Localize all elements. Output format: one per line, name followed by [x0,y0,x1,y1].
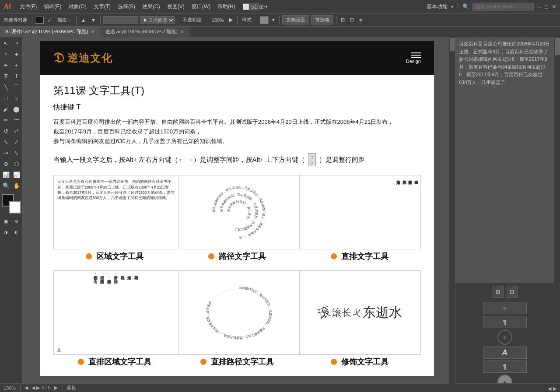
rpanel-type-a-icon[interactable]: A [483,346,527,359]
graph-group: 📊 📈 [1,170,21,179]
shortcut-line: 快捷键 T [53,103,421,112]
more-icon[interactable]: ≡ [357,17,364,24]
main-vert-scrollbar[interactable] [554,37,560,383]
reflect-tool[interactable]: ⇄ [12,126,21,136]
va-col-6: 江东逝水浪 [127,273,133,347]
ellipse-tool[interactable]: ○ [12,93,21,103]
stroke-style-bar[interactable] [103,16,138,24]
menu-window[interactable]: 窗口(W) [188,3,214,10]
rpanel-collapse-icon[interactable]: ⊟ [506,286,518,298]
paintbrush-tool[interactable]: 🖌 [1,104,11,114]
stroke-swatch[interactable] [35,17,44,24]
add-anchor-tool[interactable]: + [12,60,21,70]
smooth-tool[interactable]: 〜 [12,115,21,125]
background-swatch[interactable] [9,201,21,214]
free-transform-tool[interactable]: ⤣ [12,148,21,158]
opacity-value[interactable]: 100% [210,17,226,24]
hamburger-menu-icon[interactable] [406,52,421,58]
menu-view[interactable]: 视图(V) [164,3,188,10]
workspace-label[interactable]: 基本功能 [427,3,448,10]
lasso-tool[interactable]: ⌖ [1,49,11,59]
menu-effect[interactable]: 效果(C) [139,3,164,10]
fill-icon[interactable]: ▣ [1,216,11,226]
search-input[interactable] [472,3,534,10]
demo-cell-vertical: 滚滚长江东逝水 浪花淘尽英雄 是非成败转头空 旧在青山依 [300,175,421,249]
maximize-icon[interactable]: □ [545,4,548,10]
width-tool[interactable]: ⊸ [1,148,11,158]
graph-tool[interactable]: 📊 [1,170,11,179]
menu-text[interactable]: 文字(T) [90,3,114,10]
vert-scrollbar-thumb[interactable] [555,38,560,55]
search-icon: 🔍 [462,4,469,10]
pen-tool[interactable]: ✒ [1,60,11,70]
menu-help[interactable]: 帮助(H) [214,3,239,10]
vert-col-2: 浪花淘尽英雄 [402,177,407,247]
menu-edit[interactable]: 编辑(E) [40,3,65,10]
stroke-down-icon[interactable]: ▼ [89,17,98,24]
rpanel-expand-icon[interactable]: ⊞ [492,286,504,298]
rpanel-align-icon[interactable]: ≡ [483,302,527,314]
vertical-type-tool[interactable]: ꓔ [12,71,21,81]
rpanel-para-icon[interactable]: ¶ [483,316,527,328]
tab-inactive-close[interactable]: ✕ [180,29,184,34]
rect-tool[interactable]: □ [1,93,11,103]
menu-object[interactable]: 对象(O) [65,3,90,10]
rotate-tool[interactable]: ↺ [1,126,11,136]
brush-select[interactable]: ▶ 3 点圆形 [140,16,175,24]
column-graph-tool[interactable]: 📈 [12,170,21,179]
arrange-icon[interactable]: ⬜ [242,4,249,10]
stroke-up-icon[interactable]: ▲ [79,17,88,24]
none-icon[interactable]: ⊘ [12,216,21,226]
hand-tool[interactable]: ✋ [12,181,21,190]
preferences-button[interactable]: 首选项 [311,15,333,24]
stroke-icon: 🖊 [46,17,54,24]
live-paint-tool[interactable]: ⬡ [12,159,21,168]
shape-builder-tool[interactable]: ⊕ [1,159,11,168]
close-icon[interactable]: ✕ [552,4,556,10]
artboard-nav[interactable]: ◀ ▶ 4 / 5 [32,385,51,391]
gradient-icon[interactable]: ◐ [12,227,21,237]
tab-active[interactable]: AI-课件2.ai* @ 100% (RGB/GPU 预览) ✕ [0,27,100,37]
grid-icon[interactable]: ⊞ [259,4,264,10]
select-tool[interactable]: ↖ [1,38,11,48]
play-fwd-icon[interactable]: ▶ [553,386,556,391]
panel-icon[interactable]: 51 [249,3,259,10]
brush-group: 🖌 ⬤ [1,104,21,114]
workspace-dropdown-icon[interactable]: ▾ [451,4,454,10]
vertical-scrollbar[interactable] [449,37,455,392]
color-mode-icon[interactable]: ◑ [1,227,11,237]
menu-select[interactable]: 选择(S) [114,3,139,10]
play-back-icon[interactable]: ◀ [548,386,551,391]
no-selection-label: 未选择对象 [2,16,29,24]
menu-right: 基本功能 ▾ | 🔍 ─ □ ✕ [427,3,556,10]
zoom-tool[interactable]: 🔍 [1,181,11,190]
doc-settings-button[interactable]: 文档设置 [282,15,309,24]
warp-tool[interactable]: ⤢ [12,137,21,147]
style-dropdown-icon[interactable]: ▾ [270,16,276,24]
magic-wand-tool[interactable]: ✦ [12,49,21,59]
tab-active-close[interactable]: ✕ [91,29,94,34]
blob-tool[interactable]: ⬤ [12,104,21,114]
menu-file[interactable]: 文件(F) [16,3,40,10]
minimize-icon[interactable]: ─ [537,4,541,10]
style-swatch[interactable] [260,16,269,24]
pencil-tool[interactable]: ✏ [1,115,11,125]
scale-tool[interactable]: ⤡ [1,137,11,147]
line-tool[interactable]: ╲ [1,82,11,92]
type-tool[interactable]: T [1,71,11,81]
plane-icon[interactable]: ✈ [264,4,269,10]
panel-toggle-icon[interactable]: ⊟ [348,16,356,24]
zoom-level[interactable]: 100% [4,385,16,391]
deco-char-1: 滚 [315,303,332,322]
rpanel-circle-icon[interactable]: ○ [497,330,512,345]
scrollbar-thumb[interactable] [450,38,455,51]
direct-select-tool[interactable]: ↗ [12,38,21,48]
rpanel-para2-icon[interactable]: ¶ [483,360,527,373]
prev-artboard-icon[interactable]: ◀ [24,385,28,391]
align-icon[interactable]: ⊞ [339,16,346,24]
vert-col-3: 是非成败转头空 [408,177,413,247]
next-artboard-icon[interactable]: ▶ [54,385,58,391]
opacity-more-icon[interactable]: ▶ [228,16,234,24]
tab-inactive[interactable]: 送递.ai @ 100% (RGB/GPU 预览) ✕ [100,27,189,37]
arc-tool[interactable]: ⌒ [12,82,21,92]
